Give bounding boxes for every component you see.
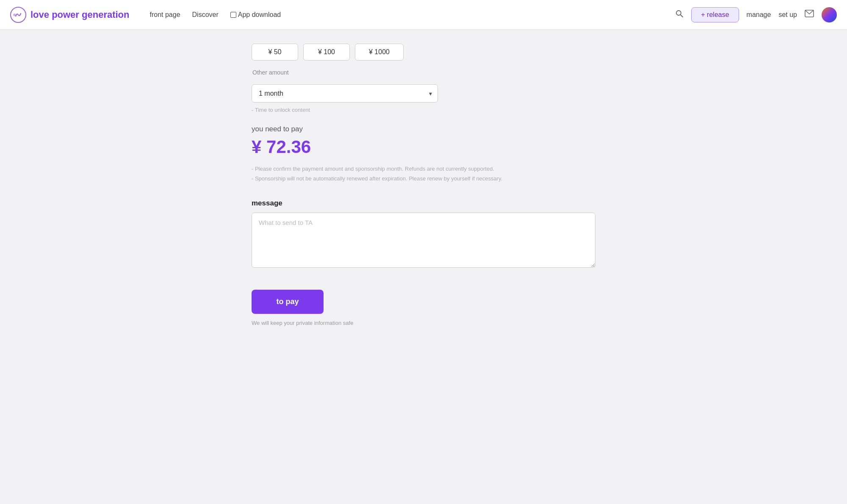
month-select-wrapper: 1 month 2 months 3 months 6 months 12 mo… — [252, 84, 438, 102]
mail-icon[interactable] — [805, 10, 814, 19]
pay-button[interactable]: to pay — [252, 290, 324, 314]
avatar[interactable] — [822, 7, 837, 22]
privacy-note: We will keep your private information sa… — [252, 320, 595, 326]
unlock-note: - Time to unlock content — [252, 107, 595, 113]
amount-50[interactable]: ¥ 50 — [252, 44, 298, 61]
amount-row: ¥ 50 ¥ 100 ¥ 1000 — [252, 44, 595, 61]
nav-front-page[interactable]: front page — [150, 11, 180, 19]
price-notes: - Please confirm the payment amount and … — [252, 164, 595, 184]
nav-setup[interactable]: set up — [778, 11, 797, 19]
price-note-line1: - Please confirm the payment amount and … — [252, 164, 595, 174]
svg-point-2 — [676, 11, 681, 15]
svg-line-3 — [681, 15, 683, 17]
month-select[interactable]: 1 month 2 months 3 months 6 months 12 mo… — [252, 84, 438, 102]
logo-title: love power generation — [30, 9, 130, 20]
search-icon[interactable] — [675, 9, 684, 20]
header: love power generation front page Discove… — [0, 0, 847, 30]
nav-app-download[interactable]: App download — [230, 11, 281, 19]
logo-icon — [10, 7, 26, 23]
nav-right: + release manage set up — [675, 7, 837, 22]
amount-1000[interactable]: ¥ 1000 — [355, 44, 404, 61]
app-download-icon — [230, 12, 236, 18]
release-button[interactable]: + release — [691, 7, 739, 22]
amount-100[interactable]: ¥ 100 — [303, 44, 350, 61]
price-display: ¥ 72.36 — [252, 137, 595, 157]
message-section-label: message — [252, 199, 595, 208]
nav-manage[interactable]: manage — [747, 11, 771, 19]
app-download-label: App download — [238, 11, 281, 19]
you-need-pay-label: you need to pay — [252, 125, 595, 133]
logo-area[interactable]: love power generation — [10, 7, 130, 23]
message-textarea[interactable] — [252, 213, 595, 268]
other-amount-label: Other amount — [252, 69, 595, 76]
main-content: ¥ 50 ¥ 100 ¥ 1000 Other amount 1 month 2… — [241, 30, 606, 352]
svg-point-1 — [13, 14, 16, 16]
nav-discover[interactable]: Discover — [192, 11, 219, 19]
price-note-line2: - Sponsorship will not be automatically … — [252, 174, 595, 183]
main-nav: front page Discover App download — [150, 11, 662, 19]
